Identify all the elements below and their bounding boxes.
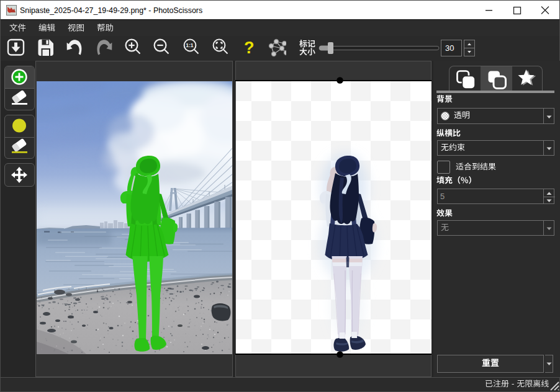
svg-text:?: ? [244, 38, 255, 57]
svg-text:1:1: 1:1 [186, 42, 194, 48]
